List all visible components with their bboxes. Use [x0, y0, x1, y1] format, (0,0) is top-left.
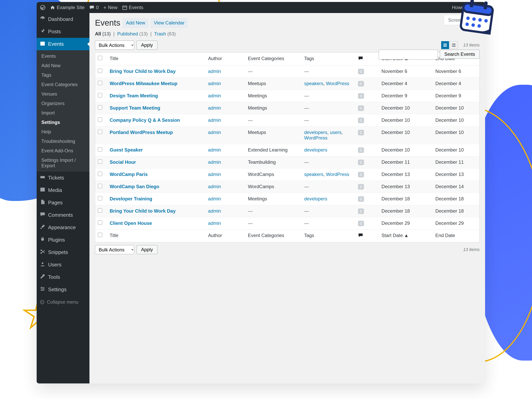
search-events-button[interactable]: Search Events: [440, 50, 480, 59]
col-categories-foot[interactable]: Event Categories: [245, 229, 301, 242]
col-end-foot[interactable]: End Date: [433, 229, 480, 242]
wordpress-logo[interactable]: [40, 5, 45, 10]
event-title-link[interactable]: Social Hour: [110, 159, 136, 165]
event-title-link[interactable]: WordCamp Paris: [110, 172, 148, 177]
sidebar-item-users[interactable]: Users: [37, 259, 89, 271]
sidebar-item-posts[interactable]: Posts: [37, 25, 89, 38]
events-link[interactable]: Events: [122, 5, 143, 10]
apply-button-bottom[interactable]: Apply: [137, 245, 158, 254]
author-link[interactable]: admin: [208, 184, 221, 189]
submenu-item-help[interactable]: Help: [37, 127, 89, 137]
tag-link[interactable]: speakers: [304, 172, 323, 177]
event-title-link[interactable]: Developer Training: [110, 196, 152, 201]
event-title-link[interactable]: WordPress Milwaukee Meetup: [110, 81, 177, 86]
tag-link[interactable]: speakers: [304, 81, 323, 86]
submenu-item-settings-import-export[interactable]: Settings Import / Export: [37, 155, 89, 171]
filter-trash[interactable]: Trash (63): [154, 31, 176, 37]
comment-count[interactable]: 0: [358, 221, 364, 226]
row-checkbox[interactable]: [98, 159, 102, 164]
event-title-link[interactable]: Company Policy Q & A Session: [110, 117, 180, 123]
row-checkbox[interactable]: [98, 196, 102, 200]
sidebar-item-pages[interactable]: Pages: [37, 196, 89, 209]
sidebar-item-tickets[interactable]: Tickets: [37, 172, 89, 184]
author-link[interactable]: admin: [208, 196, 221, 201]
col-title-foot[interactable]: Title: [107, 229, 205, 242]
col-start-foot[interactable]: Start Date▲: [379, 229, 433, 242]
tag-link[interactable]: WordPress: [326, 172, 349, 177]
submenu-item-event-add-ons[interactable]: Event Add-Ons: [37, 146, 89, 155]
tag-link[interactable]: developers: [304, 196, 327, 201]
submenu-item-events[interactable]: Events: [37, 51, 89, 61]
comment-count[interactable]: 0: [358, 147, 364, 153]
bulk-actions-select-bottom[interactable]: Bulk Actions: [95, 245, 134, 254]
comment-count[interactable]: 0: [358, 196, 364, 202]
tag-link[interactable]: WordPress: [326, 81, 349, 86]
author-link[interactable]: admin: [208, 69, 221, 74]
row-checkbox[interactable]: [98, 105, 102, 110]
row-checkbox[interactable]: [98, 81, 102, 85]
author-link[interactable]: admin: [208, 93, 221, 98]
comment-count[interactable]: 0: [358, 172, 364, 177]
comment-count[interactable]: 0: [358, 130, 364, 135]
col-comments[interactable]: [355, 53, 379, 65]
apply-button-top[interactable]: Apply: [137, 41, 158, 50]
view-list-icon[interactable]: [441, 41, 449, 49]
submenu-item-add-new[interactable]: Add New: [37, 61, 89, 70]
bulk-actions-select-top[interactable]: Bulk Actions: [95, 41, 134, 50]
event-title-link[interactable]: Support Team Meeting: [110, 105, 160, 111]
select-all-bottom[interactable]: [98, 233, 102, 237]
col-tags[interactable]: Tags: [301, 53, 355, 65]
col-categories[interactable]: Event Categories: [245, 53, 301, 65]
comment-count[interactable]: 0: [358, 81, 364, 87]
row-checkbox[interactable]: [98, 69, 102, 73]
sidebar-item-tools[interactable]: Tools: [37, 271, 89, 283]
select-all-top[interactable]: [98, 56, 102, 60]
author-link[interactable]: admin: [208, 159, 221, 165]
search-events-input[interactable]: [379, 50, 438, 59]
comment-count[interactable]: 0: [358, 209, 364, 214]
author-link[interactable]: admin: [208, 81, 221, 86]
comment-count[interactable]: 0: [358, 160, 364, 165]
sidebar-item-plugins[interactable]: Plugins: [37, 234, 89, 246]
author-link[interactable]: admin: [208, 221, 221, 226]
event-title-link[interactable]: Portland WordPress Meetup: [110, 130, 173, 135]
comment-count[interactable]: 0: [358, 184, 364, 190]
author-link[interactable]: admin: [208, 117, 221, 123]
comment-count[interactable]: 0: [358, 118, 364, 123]
sidebar-item-comments[interactable]: Comments: [37, 209, 89, 221]
sidebar-item-media[interactable]: Media: [37, 184, 89, 196]
author-link[interactable]: admin: [208, 105, 221, 111]
author-link[interactable]: admin: [208, 208, 221, 214]
view-calendar-button[interactable]: View Calendar: [151, 18, 188, 27]
submenu-item-tags[interactable]: Tags: [37, 70, 89, 80]
sidebar-item-events[interactable]: Events: [37, 38, 89, 50]
col-author-foot[interactable]: Author: [205, 229, 245, 242]
tag-link[interactable]: users: [330, 130, 342, 135]
event-title-link[interactable]: Client Open House: [110, 221, 152, 226]
submenu-item-troubleshooting[interactable]: Troubleshooting: [37, 137, 89, 146]
comment-count[interactable]: 0: [358, 69, 364, 74]
event-title-link[interactable]: Guest Speaker: [110, 147, 143, 152]
comment-count[interactable]: 0: [358, 105, 364, 111]
tag-link[interactable]: WordPress: [304, 135, 328, 140]
sidebar-item-dashboard[interactable]: Dashboard: [37, 13, 89, 25]
col-author[interactable]: Author: [205, 53, 245, 65]
submenu-item-import[interactable]: Import: [37, 108, 89, 118]
sidebar-item-appearance[interactable]: Appearance: [37, 221, 89, 234]
comments-link[interactable]: 0: [89, 5, 99, 10]
event-title-link[interactable]: Bring Your Child to Work Day: [110, 69, 176, 74]
submenu-item-event-categories[interactable]: Event Categories: [37, 80, 89, 89]
col-comments-foot[interactable]: [355, 229, 379, 242]
submenu-item-venues[interactable]: Venues: [37, 89, 89, 99]
event-title-link[interactable]: Design Team Meeting: [110, 93, 158, 98]
row-checkbox[interactable]: [98, 130, 102, 134]
row-checkbox[interactable]: [98, 184, 102, 188]
tag-link[interactable]: developers: [304, 130, 327, 135]
filter-all[interactable]: All (13): [95, 31, 111, 37]
row-checkbox[interactable]: [98, 147, 102, 152]
row-checkbox[interactable]: [98, 117, 102, 122]
collapse-menu[interactable]: Collapse menu: [37, 296, 89, 308]
submenu-item-settings[interactable]: Settings: [37, 118, 89, 127]
col-title[interactable]: Title: [107, 53, 205, 65]
sidebar-item-snippets[interactable]: Snippets: [37, 246, 89, 259]
